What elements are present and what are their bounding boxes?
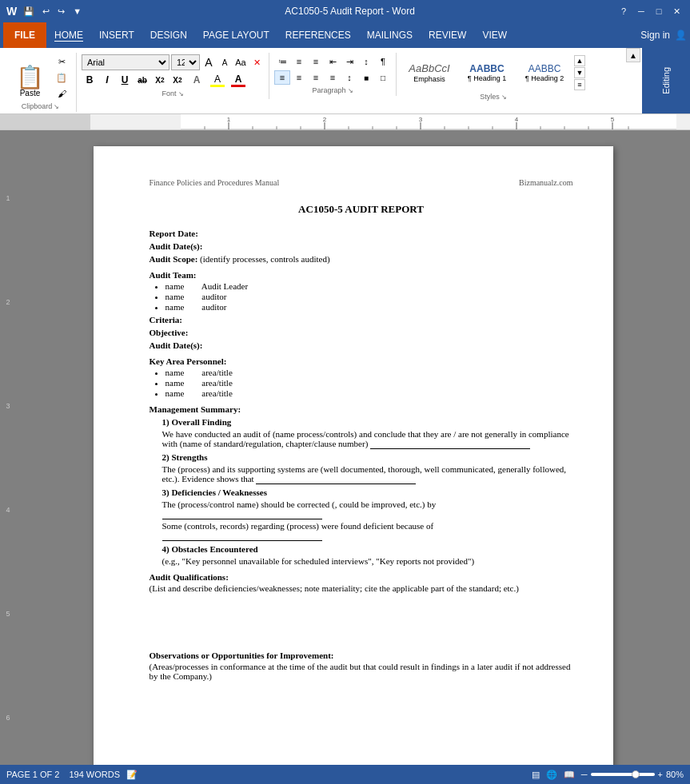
change-case-button[interactable]: Aa bbox=[233, 54, 248, 70]
emphasis-style-item[interactable]: AaBbCcI Emphasis bbox=[401, 54, 457, 91]
ruler-svg: 1 2 3 4 5 bbox=[181, 114, 676, 130]
ruler: 1 2 3 4 5 bbox=[0, 114, 690, 130]
underline-button[interactable]: U bbox=[117, 72, 133, 88]
clipboard-label: Clipboard ↘ bbox=[10, 102, 71, 110]
copy-button[interactable]: 📋 bbox=[52, 70, 71, 85]
obstacles-text: (e.g., "Key personnel unavailable for sc… bbox=[162, 556, 573, 566]
page-number-marker-5: 5 bbox=[6, 610, 10, 618]
font-size-select[interactable]: 12 bbox=[171, 54, 200, 70]
page-number-marker-3: 3 bbox=[6, 402, 10, 410]
signin-area[interactable]: Sign in 👤 bbox=[640, 30, 687, 41]
word-logo-icon: W bbox=[6, 5, 17, 18]
strengths-blank bbox=[256, 474, 416, 484]
file-menu-button[interactable]: FILE bbox=[3, 22, 46, 48]
menu-insert[interactable]: INSERT bbox=[91, 22, 142, 48]
italic-button[interactable]: I bbox=[99, 72, 115, 88]
line-spacing-button[interactable]: ↕ bbox=[341, 70, 357, 85]
font-grow-button[interactable]: A bbox=[201, 54, 216, 70]
font-family-select[interactable]: Arial bbox=[82, 54, 170, 70]
format-painter-button[interactable]: 🖌 bbox=[52, 86, 71, 101]
ribbon-collapse-button[interactable]: ▲ bbox=[626, 48, 640, 62]
key-area-person-3: name area/title bbox=[166, 388, 573, 398]
status-bar: PAGE 1 OF 2 194 WORDS 📝 ▤ 🌐 📖 ─ + 80% bbox=[0, 765, 690, 784]
paragraph-content: ≔ ≡ ≡ ⇤ ⇥ ↕ ¶ ≡ ≡ ≡ ≡ bbox=[274, 54, 391, 85]
font-shrink-button[interactable]: A bbox=[217, 54, 232, 70]
read-mode-icon[interactable]: 📖 bbox=[564, 770, 575, 780]
restore-button[interactable]: □ bbox=[652, 4, 666, 18]
menu-references[interactable]: REFERENCES bbox=[277, 22, 359, 48]
help-icon[interactable]: ? bbox=[616, 4, 631, 18]
align-left-button[interactable]: ≡ bbox=[274, 70, 290, 85]
superscript-button[interactable]: X2 bbox=[170, 72, 185, 88]
user-icon: 👤 bbox=[675, 30, 687, 41]
borders-button[interactable]: □ bbox=[375, 70, 391, 85]
menu-view[interactable]: VIEW bbox=[474, 22, 515, 48]
menu-page-layout[interactable]: PAGE LAYOUT bbox=[195, 22, 277, 48]
increase-indent-button[interactable]: ⇥ bbox=[341, 54, 357, 69]
title-bar: W 💾 ↩ ↪ ▼ AC1050-5 Audit Report - Word ?… bbox=[0, 0, 690, 22]
heading2-style-item[interactable]: AABBC ¶ Heading 2 bbox=[517, 54, 572, 91]
audit-qualifications-label: Audit Qualifications: bbox=[150, 572, 573, 582]
zoom-level: 80% bbox=[666, 770, 684, 779]
close-button[interactable]: ✕ bbox=[669, 4, 684, 18]
subscript-button[interactable]: X2 bbox=[152, 72, 168, 88]
cut-button[interactable]: ✂ bbox=[52, 54, 71, 69]
styles-expand-icon[interactable]: ↘ bbox=[501, 94, 507, 101]
show-marks-button[interactable]: ¶ bbox=[375, 54, 391, 69]
window-controls: ? ─ □ ✕ bbox=[616, 4, 684, 18]
audit-team-label: Audit Team: bbox=[150, 270, 573, 280]
svg-text:3: 3 bbox=[419, 116, 423, 123]
clipboard-expand-icon[interactable]: ↘ bbox=[54, 103, 59, 110]
bullets-button[interactable]: ≔ bbox=[274, 54, 290, 69]
sort-button[interactable]: ↕ bbox=[358, 54, 374, 69]
key-area-list: name area/title name area/title name are… bbox=[166, 368, 573, 398]
zoom-in-icon[interactable]: + bbox=[658, 770, 663, 779]
font-controls: Arial 12 A A Aa ✕ B I bbox=[82, 54, 264, 88]
justify-button[interactable]: ≡ bbox=[325, 70, 341, 85]
minimize-button[interactable]: ─ bbox=[634, 4, 648, 18]
menu-design[interactable]: DESIGN bbox=[142, 22, 195, 48]
heading1-style-item[interactable]: AABBC ¶ Heading 1 bbox=[459, 54, 515, 91]
shading-button[interactable]: ■ bbox=[358, 70, 374, 85]
styles-more-arrow[interactable]: ≡ bbox=[574, 79, 585, 90]
numbering-button[interactable]: ≡ bbox=[291, 54, 307, 69]
key-area-person-1: name area/title bbox=[166, 368, 573, 377]
styles-label: Styles ↘ bbox=[401, 93, 585, 101]
highlight-color-button[interactable]: A bbox=[208, 72, 227, 88]
menu-mailings[interactable]: MAILINGS bbox=[359, 22, 421, 48]
styles-up-arrow[interactable]: ▲ bbox=[574, 55, 585, 66]
report-date-section: Report Date: bbox=[150, 229, 573, 238]
strengths-title: 2) Strengths bbox=[162, 452, 573, 462]
quick-redo-icon[interactable]: ↪ bbox=[56, 6, 66, 17]
zoom-out-icon[interactable]: ─ bbox=[581, 770, 588, 779]
font-expand-icon[interactable]: ↘ bbox=[178, 90, 184, 98]
styles-scroll: ▲ ▼ ≡ bbox=[574, 55, 585, 90]
audit-qualifications-text: (List and describe deficiencies/weakness… bbox=[150, 583, 573, 593]
text-effects-button[interactable]: A bbox=[187, 72, 206, 88]
signin-label[interactable]: Sign in bbox=[640, 30, 670, 41]
web-view-icon[interactable]: 🌐 bbox=[546, 770, 557, 780]
document-title: AC1050-5 AUDIT REPORT bbox=[150, 203, 573, 216]
ruler-left-margin bbox=[0, 114, 90, 129]
align-center-button[interactable]: ≡ bbox=[291, 70, 307, 85]
strikethrough-button[interactable]: ab bbox=[134, 72, 150, 88]
font-color-button[interactable]: A bbox=[229, 72, 248, 88]
bold-button[interactable]: B bbox=[82, 72, 98, 88]
document-page[interactable]: Finance Policies and Procedures Manual B… bbox=[94, 146, 613, 784]
clear-format-button[interactable]: ✕ bbox=[249, 54, 264, 70]
paste-button[interactable]: 📋 Paste bbox=[10, 63, 50, 101]
quick-undo-icon[interactable]: ↩ bbox=[41, 6, 51, 17]
header-right: Bizmanualz.com bbox=[519, 178, 572, 187]
zoom-slider[interactable] bbox=[591, 773, 655, 776]
menu-review[interactable]: REVIEW bbox=[421, 22, 474, 48]
paragraph-expand-icon[interactable]: ↘ bbox=[348, 87, 353, 94]
menu-home[interactable]: HOME bbox=[46, 22, 91, 48]
decrease-indent-button[interactable]: ⇤ bbox=[325, 54, 341, 69]
quick-customize-icon[interactable]: ▼ bbox=[71, 6, 83, 16]
deficiencies-line2: Some (controls, records) regarding (proc… bbox=[162, 521, 573, 541]
styles-down-arrow[interactable]: ▼ bbox=[574, 67, 585, 78]
layout-icon[interactable]: ▤ bbox=[532, 770, 540, 780]
multilevel-button[interactable]: ≡ bbox=[308, 54, 324, 69]
quick-save-icon[interactable]: 💾 bbox=[22, 6, 36, 17]
align-right-button[interactable]: ≡ bbox=[308, 70, 324, 85]
